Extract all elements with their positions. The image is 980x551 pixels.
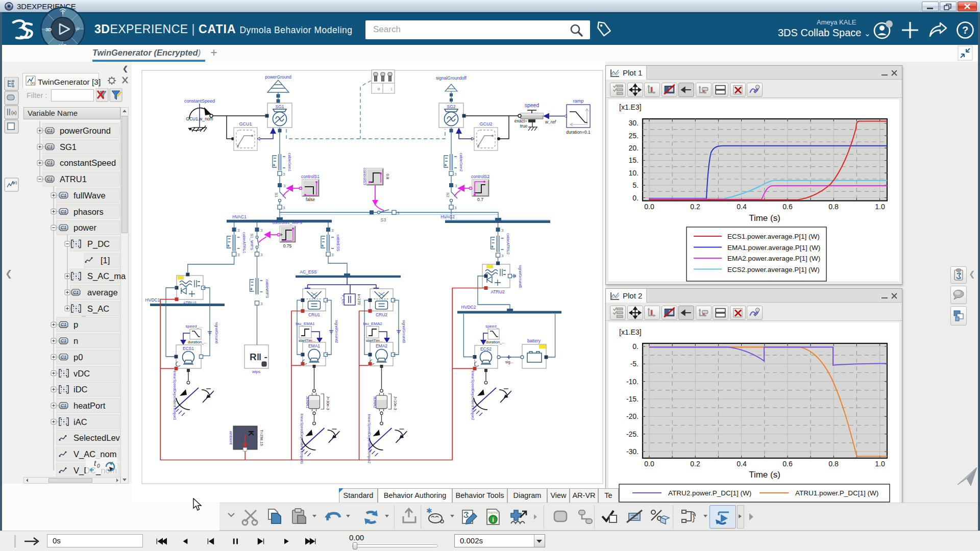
svg-text:0.4: 0.4 bbox=[737, 460, 747, 468]
svg-text:vDC: vDC bbox=[74, 369, 90, 378]
svg-text:n: n bbox=[74, 336, 78, 345]
svg-text:true: true bbox=[520, 123, 528, 129]
svg-text:3: 3 bbox=[454, 206, 457, 210]
svg-text:k=270: k=270 bbox=[357, 294, 361, 305]
svg-text:S3: S3 bbox=[381, 217, 386, 222]
svg-text:0.: 0. bbox=[632, 342, 639, 350]
svg-text:5.: 5. bbox=[632, 181, 639, 189]
svg-text:[x1.E3]: [x1.E3] bbox=[619, 328, 642, 336]
svg-text:ambient: ambient bbox=[229, 431, 233, 445]
svg-text:i: i bbox=[492, 516, 494, 523]
svg-text:speed_: speed_ bbox=[485, 324, 499, 329]
svg-text:1: 1 bbox=[390, 87, 393, 91]
svg-text:linearSpeedDependentTorque2: linearSpeedDependentTorque2 bbox=[471, 371, 475, 420]
svg-text:signalGroundoff: signalGroundoff bbox=[436, 76, 467, 81]
svg-text:cableGen2: cableGen2 bbox=[459, 153, 463, 171]
svg-text:ECS2.power.average.P[1] (W): ECS2.power.average.P[1] (W) bbox=[727, 266, 820, 273]
svg-text:0.2: 0.2 bbox=[690, 203, 700, 211]
svg-text:0.7: 0.7 bbox=[477, 197, 483, 202]
svg-text:speed_...: speed_... bbox=[186, 324, 203, 329]
svg-text:cableATRU1: cableATRU1 bbox=[242, 232, 247, 254]
svg-text:cableATRU2: cableATRU2 bbox=[506, 233, 510, 255]
svg-text:GCU1: GCU1 bbox=[239, 121, 252, 127]
svg-text:S1: S1 bbox=[274, 192, 279, 197]
svg-text:SG1: SG1 bbox=[60, 142, 77, 152]
svg-text:T=298.15: T=298.15 bbox=[259, 430, 264, 446]
svg-text:GCU1.w_nom: GCU1.w_nom bbox=[186, 116, 213, 121]
svg-text:3: 3 bbox=[454, 172, 457, 177]
svg-text:[1]: [1] bbox=[101, 256, 110, 265]
svg-text:EMA2: EMA2 bbox=[376, 343, 387, 348]
svg-text:p: p bbox=[74, 320, 78, 329]
svg-text:i²: i² bbox=[76, 27, 79, 32]
svg-text:P_DC: P_DC bbox=[87, 239, 110, 249]
svg-text:3: 3 bbox=[260, 302, 263, 306]
svg-text:powerGround: powerGround bbox=[60, 126, 111, 135]
svg-text:}: } bbox=[692, 512, 695, 522]
svg-text:duration_...: duration_... bbox=[486, 340, 505, 344]
svg-text:0.6: 0.6 bbox=[782, 203, 793, 211]
svg-text:15.: 15. bbox=[629, 156, 639, 164]
svg-text:ramp: ramp bbox=[573, 98, 584, 104]
svg-text:constantSpeed: constantSpeed bbox=[184, 98, 215, 104]
svg-text:linearSpeedDependentTorque1: linearSpeedDependentTorque1 bbox=[173, 371, 177, 420]
svg-text:controlS1: controlS1 bbox=[301, 174, 320, 179]
svg-text:S2: S2 bbox=[446, 192, 450, 197]
svg-text:0.: 0. bbox=[632, 194, 639, 202]
svg-text:exact=: exact= bbox=[514, 118, 527, 123]
svg-text:1.0: 1.0 bbox=[875, 203, 885, 211]
svg-text:-15.: -15. bbox=[626, 395, 639, 403]
svg-text:EMA1: EMA1 bbox=[308, 343, 320, 348]
svg-text:linearSpeedDependentTorque2: linearSpeedDependentTorque2 bbox=[367, 414, 371, 464]
svg-text:Time (s): Time (s) bbox=[749, 470, 780, 480]
svg-text:3: 3 bbox=[283, 184, 286, 188]
svg-text:1.0: 1.0 bbox=[875, 460, 885, 468]
svg-text:GCU2: GCU2 bbox=[479, 121, 492, 127]
svg-text:cableWIPS: cableWIPS bbox=[265, 279, 270, 298]
svg-text:signalGround2: signalGround2 bbox=[334, 320, 338, 343]
svg-text:Time (s): Time (s) bbox=[749, 213, 780, 223]
svg-text:controlS1_WIPS: controlS1_WIPS bbox=[273, 220, 303, 225]
svg-text:HVDC1: HVDC1 bbox=[145, 297, 160, 303]
svg-text:cableGen1: cableGen1 bbox=[287, 153, 292, 171]
svg-text:CRU1: CRU1 bbox=[308, 312, 320, 317]
svg-text:-10.: -10. bbox=[626, 378, 639, 386]
svg-text:cableESS: cableESS bbox=[336, 235, 340, 252]
svg-text:ECS1: ECS1 bbox=[183, 346, 194, 351]
svg-text:heatPort: heatPort bbox=[74, 401, 106, 410]
svg-text:(x): (x) bbox=[31, 81, 35, 85]
svg-text:ECS1.power.average.P[1] (W): ECS1.power.average.P[1] (W) bbox=[727, 233, 820, 240]
svg-text:iAC: iAC bbox=[74, 417, 87, 427]
svg-text:tau_EMA2: tau_EMA2 bbox=[363, 321, 382, 326]
svg-text:0.0: 0.0 bbox=[644, 203, 654, 211]
svg-text:ATRU1: ATRU1 bbox=[60, 174, 87, 184]
svg-text:0.75: 0.75 bbox=[283, 243, 292, 248]
svg-text:constantSpeed: constantSpeed bbox=[60, 158, 116, 167]
svg-text:duration=0.1: duration=0.1 bbox=[566, 130, 591, 135]
svg-text:power: power bbox=[74, 223, 96, 232]
svg-text:signalGround3: signalGround3 bbox=[402, 320, 406, 343]
svg-text:0.2: 0.2 bbox=[690, 460, 700, 468]
svg-text:ECS2: ECS2 bbox=[480, 346, 492, 352]
svg-text:phasors: phasors bbox=[74, 207, 104, 216]
svg-text:S_AC: S_AC bbox=[87, 304, 109, 314]
svg-text:10.: 10. bbox=[629, 169, 639, 177]
svg-text:0.6: 0.6 bbox=[782, 460, 793, 468]
svg-text:speed: speed bbox=[525, 102, 540, 108]
svg-text:average: average bbox=[87, 288, 118, 297]
svg-text:3: 3 bbox=[501, 254, 504, 258]
svg-text:HVDC2: HVDC2 bbox=[461, 305, 476, 310]
svg-text:SelectedLev: SelectedLev bbox=[74, 433, 120, 442]
svg-text:EMA1.power.average.P[1] (W): EMA1.power.average.P[1] (W) bbox=[727, 244, 820, 252]
svg-text:signalGround5: signalGround5 bbox=[518, 265, 522, 288]
svg-text:3D: 3D bbox=[45, 27, 52, 32]
svg-text:J=30e-3: J=30e-3 bbox=[326, 396, 330, 410]
svg-text:tau_EMA1: tau_EMA1 bbox=[296, 321, 315, 326]
svg-text:3: 3 bbox=[397, 211, 400, 215]
svg-text:iDC: iDC bbox=[74, 385, 88, 394]
svg-text:HVAC1: HVAC1 bbox=[232, 214, 247, 219]
svg-text:0.8: 0.8 bbox=[385, 173, 390, 180]
svg-text:duration_...: duration_... bbox=[188, 340, 207, 344]
svg-text:SG1: SG1 bbox=[275, 104, 284, 109]
svg-text:R‖ -: R‖ - bbox=[250, 352, 267, 362]
